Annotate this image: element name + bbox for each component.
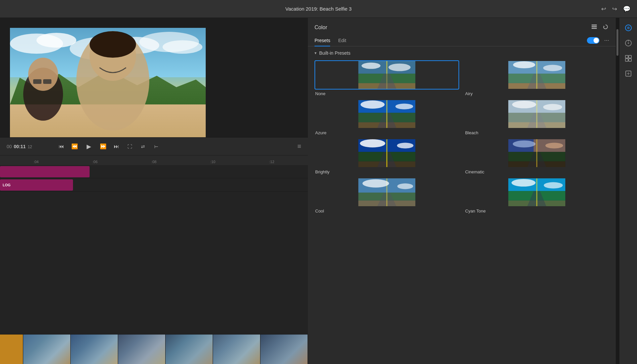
svg-rect-80 [625,55,628,58]
svg-point-43 [512,101,536,108]
audio-clip[interactable] [0,166,90,177]
tab-group: Presets Edit [315,34,346,46]
reset-icon-button[interactable] [602,23,609,32]
preset-brightly-thumb [315,139,459,168]
preset-cinematic-thumb [464,139,609,168]
ruler-mark-4: :04 [7,160,66,164]
step-back-button[interactable]: ⏪ [70,142,80,152]
preset-cinematic[interactable]: Cinematic [464,139,609,174]
grid-tool-button[interactable] [622,52,635,65]
preset-cyan-tone-label: Cyan Tone [464,209,609,213]
preset-cool-thumb [315,178,459,207]
thumbnail-1[interactable] [23,334,71,364]
preset-azure[interactable]: Azure [315,99,459,135]
preset-azure-label: Azure [315,130,459,135]
preset-bleach-label: Bleach [464,130,609,135]
more-options-icon[interactable]: ≡ [297,143,301,150]
timecode-main: 00:11 [14,144,26,149]
svg-point-36 [361,100,385,109]
play-button[interactable]: ▶ [83,141,95,152]
svg-point-29 [513,61,535,68]
thumbnail-0[interactable] [0,334,23,364]
tab-presets[interactable]: Presets [315,34,330,46]
svg-point-50 [360,139,385,148]
transform-tool-button[interactable] [622,67,635,80]
timecode-display: 00 00:11 12 [7,144,53,149]
preset-none-label: None [315,91,459,96]
color-panel: Color Pres [308,18,616,364]
preset-none[interactable]: None [315,60,459,96]
presets-grid: None [315,60,609,213]
timeline-tracks: LOG [0,165,308,334]
thumbnail-4[interactable] [166,334,213,364]
more-options-icon[interactable]: ··· [604,37,609,44]
scroll-thumb[interactable] [616,29,618,56]
thumbnail-2[interactable] [71,334,118,364]
stacks-icon-button[interactable] [591,23,598,32]
comment-icon[interactable]: 💬 [623,5,630,13]
color-toggle[interactable] [587,37,600,44]
audio-track-row [0,165,308,178]
grid-tool-icon [625,55,632,62]
color-tool-button[interactable] [622,21,635,34]
timecode-frames: 12 [28,145,32,149]
video-preview [0,18,308,137]
thumb-scene-3 [118,334,165,364]
thumb-scene-1 [23,334,70,364]
video-area: 00 00:11 12 ⏮ ⏪ ▶ ⏩ ⏭ ⛶ ⇄ ⊢ ≡ :04 :06 :0… [0,18,308,364]
svg-point-37 [395,104,413,109]
people-svg [10,28,206,137]
tab-edit[interactable]: Edit [338,34,346,46]
preset-bleach[interactable]: Bleach [464,99,609,135]
skip-to-start-button[interactable]: ⏮ [56,142,66,152]
svg-point-12 [90,31,136,58]
transform-tool-icon [625,70,632,77]
thumb-scene-4 [166,334,213,364]
crop-button[interactable]: ⛶ [125,142,135,152]
preset-brightly-label: Brightly [315,169,459,174]
preset-bleach-thumb [464,99,609,129]
color-panel-title: Color [315,25,327,30]
svg-point-30 [543,65,562,71]
svg-marker-16 [603,26,605,27]
svg-point-66 [397,183,413,189]
svg-point-7 [28,58,58,91]
thumb-scene-0 [0,334,23,364]
color-tabs: Presets Edit ··· [308,34,616,46]
skip-to-end-button[interactable]: ⏭ [111,142,121,152]
chevron-down-icon: ▾ [315,51,317,55]
color-panel-header: Color [308,18,616,34]
preset-azure-thumb [315,99,459,129]
motion-tool-button[interactable] [622,36,635,50]
preset-cool-label: Cool [315,209,459,213]
split-button[interactable]: ⊢ [151,142,161,152]
loop-button[interactable]: ⇄ [138,142,148,152]
thumbnail-3[interactable] [118,334,166,364]
ruler-marks: :04 :06 :08 :10 :12 [7,160,301,165]
svg-rect-83 [629,59,631,61]
step-forward-button[interactable]: ⏩ [98,142,108,152]
undo-icon[interactable]: ↩ [601,5,606,13]
top-bar: Vacation 2019: Beach Selfie 3 ↩ ↪ 💬 [0,0,637,18]
redo-icon[interactable]: ↪ [612,5,617,13]
preset-cyan-tone[interactable]: Cyan Tone [464,178,609,213]
presets-section-title: Built-in Presets [319,50,350,56]
video-clip[interactable]: LOG [0,179,73,191]
thumbnail-6[interactable] [260,334,308,364]
thumb-scene-2 [71,334,118,364]
thumb-scene-6 [260,334,308,364]
preset-airy-label: Airy [464,91,609,96]
preset-airy-thumb [464,60,609,90]
color-header-actions [591,23,609,32]
stacks-icon [591,24,597,30]
svg-point-58 [513,141,535,148]
thumbnail-5[interactable] [213,334,260,364]
ruler-mark-12: :12 [242,160,301,164]
svg-rect-14 [592,26,597,27]
presets-header[interactable]: ▾ Built-in Presets [315,50,609,56]
preset-airy[interactable]: Airy [464,60,609,96]
preset-cool[interactable]: Cool [315,178,459,213]
color-tool-icon [625,24,632,31]
ruler-mark-10: :10 [183,160,243,164]
preset-brightly[interactable]: Brightly [315,139,459,174]
